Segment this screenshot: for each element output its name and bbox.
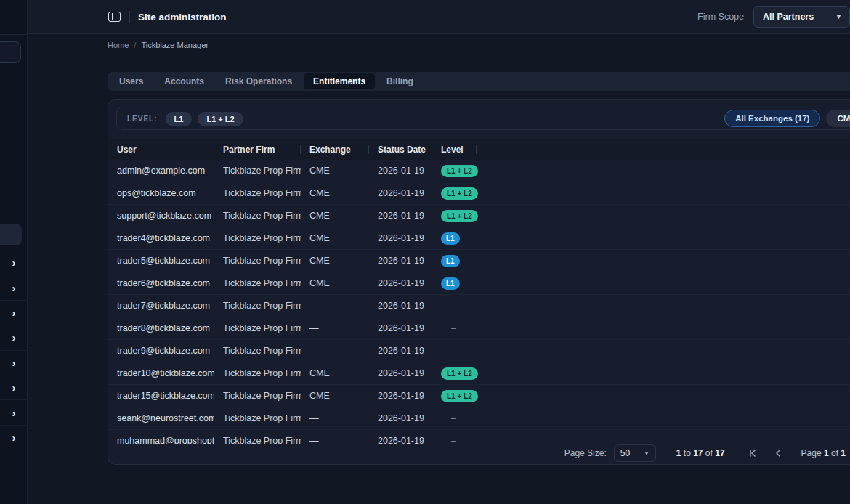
cell-user: trader15@tickblaze.com	[108, 391, 214, 401]
table-row[interactable]: trader9@tickblaze.com Tickblaze Prop Fir…	[108, 340, 850, 362]
topbar-right: Firm Scope All Partners ▼	[697, 6, 850, 28]
level-empty: –	[451, 413, 456, 423]
cell-status-date: 2026-01-19	[369, 391, 432, 401]
cell-status-date: 2026-01-19	[369, 413, 432, 423]
sidebar-search-input[interactable]	[0, 41, 21, 63]
tab-entitlements[interactable]: Entitlements	[304, 73, 375, 89]
column-header-exchange[interactable]: Exchange	[301, 139, 369, 160]
level-chip[interactable]: L1 + L2	[198, 112, 243, 126]
column-header-user[interactable]: User	[108, 139, 214, 160]
cell-partner-firm: Tickblaze Prop Firm	[214, 278, 301, 288]
breadcrumb-home-link[interactable]: Home	[108, 41, 129, 49]
sidebar-item[interactable]: ›	[0, 250, 28, 275]
entitlements-card: LEVEL: L1L1 + L2 All Exchanges (17)CME U…	[108, 99, 850, 465]
sidebar-item[interactable]: ›	[0, 300, 28, 325]
sidebar-toggle-icon[interactable]	[108, 12, 121, 22]
table-row[interactable]: trader8@tickblaze.com Tickblaze Prop Fir…	[108, 317, 850, 340]
column-header-status-date[interactable]: Status Date	[369, 139, 432, 160]
table-row[interactable]: trader10@tickblaze.com Tickblaze Prop Fi…	[108, 362, 850, 385]
sidebar-item[interactable]: ›	[0, 425, 28, 450]
table-body: admin@example.com Tickblaze Prop Firm CM…	[108, 160, 850, 444]
tab-accounts[interactable]: Accounts	[155, 73, 214, 89]
table-row[interactable]: ops@tickblaze.com Tickblaze Prop Firm CM…	[108, 182, 850, 205]
cell-exchange: CME	[301, 278, 369, 288]
chevron-down-icon: ▼	[644, 450, 649, 457]
exchange-filter-button[interactable]: CME	[826, 110, 850, 127]
firm-scope-select[interactable]: All Partners ▼	[753, 6, 850, 28]
sidebar-item[interactable]: ›	[0, 399, 28, 424]
sidebar-item[interactable]: ›	[0, 275, 28, 299]
sidebar-item-active[interactable]	[0, 224, 22, 245]
cell-status-date: 2026-01-19	[369, 211, 432, 221]
table-row[interactable]: admin@example.com Tickblaze Prop Firm CM…	[108, 160, 850, 182]
cell-level: L1	[432, 277, 850, 290]
level-chips: L1L1 + L2	[166, 112, 249, 125]
table-row[interactable]: support@tickblaze.com Tickblaze Prop Fir…	[108, 205, 850, 227]
tab-risk-operations[interactable]: Risk Operations	[216, 73, 301, 89]
previous-page-button[interactable]	[772, 447, 784, 459]
firm-scope-value: All Partners	[763, 12, 814, 22]
cell-level: –	[432, 301, 850, 311]
cell-exchange: —	[301, 323, 369, 333]
cell-exchange: —	[301, 413, 369, 423]
cell-exchange: CME	[301, 256, 369, 266]
sidebar-item[interactable]: ›	[0, 375, 28, 399]
chevron-right-icon: ›	[12, 257, 16, 268]
breadcrumb: Home / Tickblaze Manager	[108, 35, 209, 55]
cell-user: admin@example.com	[108, 166, 214, 176]
column-header-partner-firm[interactable]: Partner Firm	[214, 139, 301, 160]
tab-billing[interactable]: Billing	[377, 73, 423, 89]
exchange-filters: All Exchanges (17)CME	[724, 110, 850, 127]
cell-level: L1 + L2	[432, 210, 850, 222]
cell-partner-firm: Tickblaze Prop Firm	[214, 188, 301, 198]
table-row[interactable]: seank@neurostreet.com Tickblaze Prop Fir…	[108, 407, 850, 430]
cell-exchange: CME	[301, 368, 369, 378]
level-badge: L1	[441, 232, 460, 245]
cell-level: L1	[432, 232, 850, 245]
cell-level: –	[432, 413, 850, 423]
table-row[interactable]: trader6@tickblaze.com Tickblaze Prop Fir…	[108, 272, 850, 295]
cell-partner-firm: Tickblaze Prop Firm	[214, 256, 301, 266]
page-size-select[interactable]: 50 ▼	[614, 444, 656, 462]
cell-partner-firm: Tickblaze Prop Firm	[214, 166, 301, 176]
page-indicator-text: Page 1 of 1	[801, 448, 846, 458]
row-range-text: 1 to 17 of 17	[676, 448, 725, 458]
page-size-label: Page Size:	[564, 448, 607, 458]
level-badge: L1 + L2	[441, 367, 478, 380]
cell-status-date: 2026-01-19	[369, 301, 432, 311]
sidebar-nav: › › › › › › › ›	[0, 250, 28, 450]
page-size-value: 50	[620, 448, 630, 458]
cell-status-date: 2026-01-19	[369, 278, 432, 288]
pagination-bar: Page Size: 50 ▼ 1 to 17 of 17 Page 1 of …	[108, 442, 850, 464]
first-page-button[interactable]	[747, 447, 758, 459]
level-badge: L1 + L2	[441, 390, 478, 402]
cell-level: L1 + L2	[432, 187, 850, 200]
column-header-level[interactable]: Level	[432, 139, 477, 160]
sidebar-item[interactable]: ›	[0, 350, 28, 375]
chevron-right-icon: ›	[12, 307, 16, 318]
cell-level: L1 + L2	[432, 367, 850, 380]
table-row[interactable]: trader7@tickblaze.com Tickblaze Prop Fir…	[108, 295, 850, 317]
cell-status-date: 2026-01-19	[369, 166, 432, 176]
breadcrumb-separator: /	[134, 41, 136, 49]
table-row[interactable]: trader5@tickblaze.com Tickblaze Prop Fir…	[108, 250, 850, 272]
chevron-right-icon: ›	[12, 357, 16, 368]
table-row[interactable]: trader4@tickblaze.com Tickblaze Prop Fir…	[108, 227, 850, 250]
top-bar: Site administration Firm Scope All Partn…	[28, 0, 850, 34]
cell-status-date: 2026-01-19	[369, 188, 432, 198]
exchange-filter-button[interactable]: All Exchanges (17)	[724, 110, 820, 127]
sidebar-item[interactable]: ›	[0, 325, 28, 349]
level-chip[interactable]: L1	[166, 112, 193, 126]
cell-partner-firm: Tickblaze Prop Firm	[214, 301, 301, 311]
cell-partner-firm: Tickblaze Prop Firm	[214, 211, 301, 221]
divider	[129, 11, 130, 23]
cell-exchange: —	[301, 346, 369, 356]
first-page-icon	[748, 449, 757, 458]
cell-partner-firm: Tickblaze Prop Firm	[214, 346, 301, 356]
cell-status-date: 2026-01-19	[369, 323, 432, 333]
table-row[interactable]: trader15@tickblaze.com Tickblaze Prop Fi…	[108, 385, 850, 407]
tab-users[interactable]: Users	[110, 73, 153, 89]
level-filter-label: LEVEL:	[127, 115, 158, 123]
cell-status-date: 2026-01-19	[369, 256, 432, 266]
cell-exchange: CME	[301, 211, 369, 221]
